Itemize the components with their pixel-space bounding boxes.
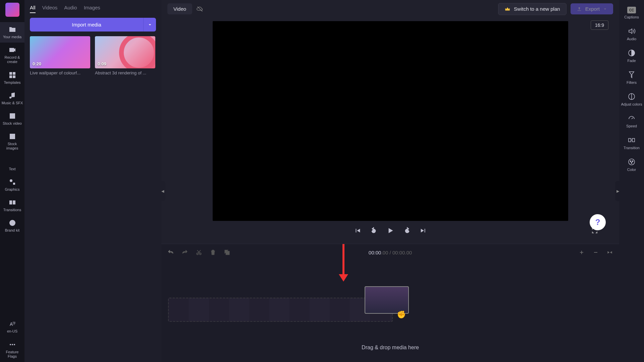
timeline-toolbar: 00:00.00 / 00:00.00 [161, 244, 619, 261]
svg-point-2 [11, 222, 12, 223]
preview-area: 16:9 ? [161, 18, 619, 244]
clip-duration: 0:09 [98, 61, 106, 66]
left-sidebar: Your media Record & create Templates Mus… [0, 0, 24, 362]
svg-text:字: 字 [12, 321, 16, 325]
right-sidebar: CC Captions Audio Fade Filters Adjust co… [619, 0, 644, 362]
media-clip[interactable]: 0:20 Live wallpaper of colourf... [30, 36, 90, 75]
svg-point-17 [629, 159, 635, 165]
import-media-button[interactable]: Import media [30, 18, 143, 32]
shapes-icon [8, 178, 16, 186]
sidebar-label: Your media [3, 35, 21, 39]
play-button[interactable] [386, 226, 395, 235]
svg-point-7 [10, 344, 11, 345]
annotation-arrow [342, 244, 348, 282]
sidebar-label: Templates [4, 80, 20, 85]
right-item-audio[interactable]: Audio [619, 24, 644, 46]
svg-point-19 [632, 161, 633, 162]
right-item-fade[interactable]: Fade [619, 46, 644, 67]
svg-point-9 [14, 344, 15, 345]
import-media-dropdown[interactable] [143, 18, 156, 32]
sidebar-item-brand-kit[interactable]: Brand kit [0, 216, 24, 236]
sidebar-item-graphics[interactable]: Graphics [0, 175, 24, 195]
sidebar-item-stock-video[interactable]: Stock video [0, 109, 24, 129]
timeline-tracks[interactable]: ✊ Drag & drop media here [161, 261, 619, 362]
tab-images[interactable]: Images [84, 5, 100, 13]
film-icon [8, 112, 16, 120]
templates-icon [8, 71, 16, 79]
tab-audio[interactable]: Audio [64, 5, 77, 13]
sidebar-item-stock-images[interactable]: Stock images [0, 129, 24, 154]
delete-button[interactable] [210, 249, 216, 256]
collapse-right-panel-button[interactable]: ▶ [615, 181, 621, 201]
export-button[interactable]: Export [571, 3, 613, 14]
cut-button[interactable] [196, 249, 202, 256]
sidebar-item-transitions[interactable]: Transitions [0, 195, 24, 216]
sidebar-item-music[interactable]: Music & SFX [0, 88, 24, 109]
svg-point-4 [11, 224, 12, 225]
right-item-transition[interactable]: Transition [619, 133, 644, 155]
export-label: Export [585, 6, 600, 12]
sidebar-label: Stock video [3, 121, 22, 126]
clip-duration: 0:20 [33, 61, 41, 66]
app-logo[interactable] [5, 3, 19, 17]
media-clip[interactable]: 0:09 Abstract 3d rendering of ... [95, 36, 155, 75]
rewind-button[interactable] [370, 227, 377, 234]
sidebar-item-record[interactable]: Record & create [0, 43, 24, 67]
sidebar-label: en-US [7, 329, 17, 334]
skip-end-button[interactable] [420, 227, 427, 234]
transition-icon [8, 198, 16, 206]
zoom-in-button[interactable] [578, 249, 585, 256]
svg-point-8 [12, 344, 13, 345]
project-type-pill[interactable]: Video [167, 3, 192, 14]
svg-rect-15 [629, 138, 631, 142]
timeline: 00:00.00 / 00:00.00 ✊ Drag & drop media … [161, 244, 619, 362]
right-item-captions[interactable]: CC Captions [619, 3, 644, 24]
fit-button[interactable] [606, 249, 613, 256]
redo-button[interactable] [181, 249, 188, 256]
switch-plan-label: Switch to a new plan [514, 6, 560, 12]
cc-icon: CC [627, 7, 636, 13]
fade-icon [628, 49, 636, 57]
top-bar: Video Switch to a new plan Export [161, 0, 619, 18]
sidebar-item-templates[interactable]: Templates [0, 68, 24, 88]
right-item-speed[interactable]: Speed [619, 111, 644, 133]
skip-start-button[interactable] [354, 227, 361, 234]
tab-all[interactable]: All [30, 5, 36, 13]
transition-icon [628, 136, 636, 144]
video-preview[interactable] [213, 21, 568, 221]
right-label: Filters [627, 80, 637, 84]
right-label: Color [627, 168, 636, 172]
globe-icon: A字 [8, 320, 16, 328]
media-grid: 0:20 Live wallpaper of colourf... 0:09 A… [30, 36, 156, 75]
grab-cursor-icon: ✊ [397, 310, 406, 319]
sidebar-item-locale[interactable]: A字 en-US [0, 316, 24, 337]
sidebar-item-feature-flags[interactable]: Feature Flags [0, 337, 24, 362]
speaker-icon [628, 27, 636, 35]
sidebar-label: Brand kit [5, 228, 19, 233]
aspect-ratio-button[interactable]: 16:9 [591, 20, 608, 30]
speed-icon [628, 114, 636, 122]
right-item-color[interactable]: Color [619, 155, 644, 176]
zoom-out-button[interactable] [592, 249, 599, 256]
svg-point-1 [9, 220, 15, 226]
tab-videos[interactable]: Videos [42, 5, 58, 13]
undo-button[interactable] [167, 249, 174, 256]
media-tabs: All Videos Audio Images [30, 5, 156, 13]
dragging-clip-thumbnail[interactable] [365, 286, 409, 314]
import-row: Import media [30, 18, 156, 32]
switch-plan-button[interactable]: Switch to a new plan [498, 3, 567, 15]
timeline-zoom [578, 249, 613, 256]
timeline-timecode: 00:00.00 / 00:00.00 [369, 250, 412, 255]
filters-icon [628, 71, 636, 79]
duplicate-button[interactable] [224, 249, 230, 256]
sidebar-label: Music & SFX [2, 101, 23, 105]
sidebar-label: Record & create [1, 55, 23, 64]
right-item-filters[interactable]: Filters [619, 67, 644, 89]
camera-icon [8, 46, 16, 54]
sidebar-item-text[interactable]: Text [0, 154, 24, 175]
sidebar-item-your-media[interactable]: Your media [0, 22, 24, 43]
text-icon [8, 158, 16, 166]
timeline-drop-zone[interactable] [168, 298, 393, 322]
right-item-adjust-colors[interactable]: Adjust colors [619, 89, 644, 111]
forward-button[interactable] [404, 227, 411, 234]
